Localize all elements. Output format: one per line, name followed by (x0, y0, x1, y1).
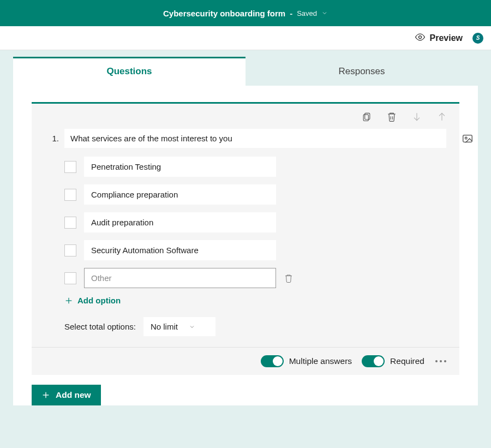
insert-media-icon[interactable] (462, 133, 474, 145)
multiple-answers-toggle[interactable] (261, 355, 284, 367)
select-total-dropdown[interactable]: No limit (143, 317, 215, 336)
add-option-label: Add option (77, 296, 121, 305)
form-body: 1. What services are of the most interes… (13, 86, 478, 405)
required-label: Required (390, 356, 424, 366)
copy-icon[interactable] (361, 111, 372, 122)
option-input[interactable]: Security Automation Software (84, 240, 276, 260)
option-input[interactable]: Compliance preparation (84, 184, 276, 205)
checkbox-icon (64, 217, 76, 229)
svg-point-0 (418, 35, 421, 38)
move-up-icon[interactable] (436, 111, 447, 122)
option-row: Compliance preparation (64, 184, 446, 205)
question-row: 1. What services are of the most interes… (32, 126, 459, 157)
option-row: Other (64, 268, 446, 288)
svg-rect-2 (363, 115, 368, 121)
select-total-value: No limit (151, 322, 178, 331)
trash-icon[interactable] (386, 111, 397, 122)
select-total-label: Select total options: (64, 322, 136, 331)
select-total-row: Select total options: No limit (64, 315, 446, 347)
form-title: Cybersecurity onboarding form (163, 9, 285, 18)
tab-responses[interactable]: Responses (246, 57, 478, 86)
question-text-input[interactable]: What services are of the most interest t… (64, 129, 446, 148)
chevron-down-icon[interactable] (321, 9, 328, 18)
plus-icon (41, 391, 50, 399)
preview-label: Preview (430, 33, 463, 43)
required-toggle-group: Required (362, 355, 424, 367)
question-toolbar (32, 104, 459, 126)
option-row: Penetration Testing (64, 157, 446, 177)
svg-point-8 (465, 137, 467, 139)
move-down-icon[interactable] (411, 111, 422, 122)
checkbox-icon (64, 244, 76, 256)
add-new-label: Add new (56, 390, 91, 400)
eye-icon (415, 32, 426, 45)
svg-rect-1 (365, 113, 370, 120)
question-footer: Multiple answers Required (32, 347, 459, 375)
required-toggle[interactable] (362, 355, 385, 367)
add-option-button[interactable]: Add option (64, 296, 446, 305)
tab-bar: Questions Responses (13, 57, 478, 86)
option-input[interactable]: Penetration Testing (84, 157, 276, 177)
avatar[interactable]: S (472, 33, 483, 44)
chevron-down-icon (189, 324, 195, 330)
checkbox-icon (64, 272, 76, 284)
preview-button[interactable]: Preview (415, 32, 463, 45)
multiple-answers-toggle-group: Multiple answers (261, 355, 352, 367)
top-toolbar: Preview S (0, 26, 491, 50)
more-options-icon[interactable] (434, 358, 447, 365)
option-input[interactable]: Audit preparation (84, 212, 276, 232)
plus-icon (64, 296, 73, 305)
checkbox-icon (64, 189, 76, 201)
checkbox-icon (64, 161, 76, 173)
delete-option-icon[interactable] (284, 273, 294, 283)
title-separator: - (290, 9, 292, 18)
title-bar: Cybersecurity onboarding form - Saved (0, 0, 491, 26)
multiple-answers-label: Multiple answers (289, 356, 352, 366)
option-input-editing[interactable]: Other (84, 268, 276, 288)
options-list: Penetration Testing Compliance preparati… (32, 157, 459, 347)
tab-questions[interactable]: Questions (13, 57, 246, 86)
option-row: Audit preparation (64, 212, 446, 232)
save-status: Saved (297, 9, 317, 17)
option-row: Security Automation Software (64, 240, 446, 260)
question-number: 1. (45, 134, 59, 143)
question-card: 1. What services are of the most interes… (32, 102, 459, 375)
add-new-question-button[interactable]: Add new (32, 385, 101, 405)
